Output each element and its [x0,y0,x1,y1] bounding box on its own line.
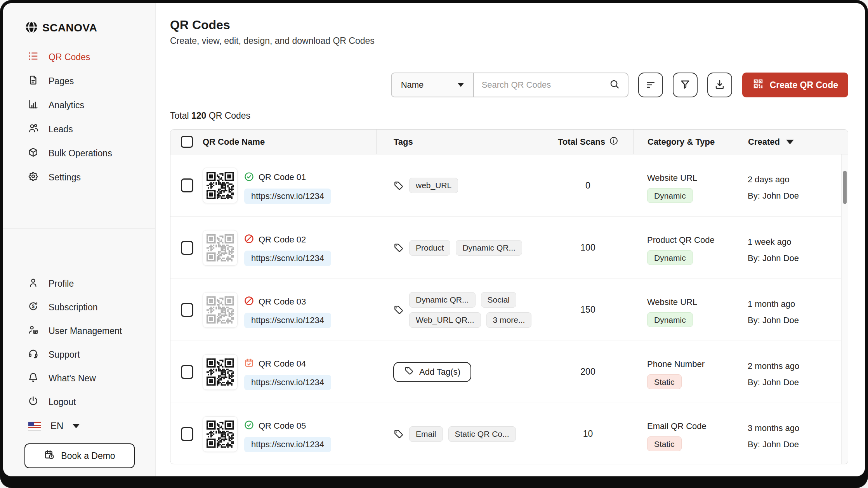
download-button[interactable] [707,73,732,97]
sort-icon [645,79,656,92]
created-time: 1 week ago [748,237,848,247]
brand-name: SCANOVA [42,22,97,34]
tag-pill: Social [481,292,516,308]
tag-pill: Dynamic QR... [409,292,476,308]
download-icon [714,79,726,92]
sidebar-item-leads[interactable]: Leads [3,117,155,141]
qr-thumbnail[interactable] [203,416,238,452]
sidebar-item-logout[interactable]: Logout [3,390,155,414]
us-flag-icon [28,422,41,431]
qr-code-name[interactable]: QR Code 03 [259,297,306,307]
window-frame: SCANOVA QR Codes Pages Analytics Leads [0,0,868,488]
filter-icon [679,79,691,92]
table-scrollbar-thumb[interactable] [843,171,847,204]
row-checkbox[interactable] [181,365,193,379]
qr-thumbnail[interactable] [203,354,238,390]
total-suffix: QR Codes [209,111,250,121]
search-input-wrap [474,73,628,97]
row-checkbox[interactable] [181,303,193,317]
total-scans-value: 100 [580,242,595,253]
tag-list: web_URL [409,178,458,193]
create-qr-code-label: Create QR Code [770,80,838,90]
tag-list: EmailStatic QR Co... [409,426,516,442]
qr-thumbnail[interactable] [203,292,238,328]
type-badge: Dynamic [647,250,693,265]
category-label: Product QR Code [647,235,734,245]
tag-pill: Email [409,426,443,442]
user-card-icon [28,325,38,337]
bell-icon [28,372,38,385]
tag-pill[interactable]: 3 more... [486,312,532,328]
short-url-pill[interactable]: https://scnv.io/1234 [244,313,331,328]
type-badge: Static [647,436,682,451]
sidebar-item-user-management[interactable]: User Management [3,319,155,343]
chevron-down-icon [458,83,464,87]
tag-pill: Dynamic QR... [456,240,522,256]
tag-icon [393,429,404,439]
sidebar-item-settings[interactable]: Settings [3,165,155,189]
table-scrollbar [841,154,848,464]
svg-text:$: $ [32,304,35,309]
search-field-select[interactable]: Name [392,73,474,97]
sidebar-item-subscription[interactable]: $ Subscription [3,296,155,319]
tag-pill: web_URL [409,178,458,193]
qr-code-name[interactable]: QR Code 01 [259,172,306,182]
language-selector[interactable]: EN [3,416,155,436]
total-scans-value: 200 [580,367,595,377]
filter-button[interactable] [673,73,698,97]
status-disabled-icon [244,234,254,245]
add-tags-button[interactable]: Add Tag(s) [393,362,471,382]
short-url-pill[interactable]: https://scnv.io/1234 [244,375,331,390]
sidebar-divider [3,228,155,229]
short-url-pill[interactable]: https://scnv.io/1234 [244,251,331,266]
row-checkbox[interactable] [181,427,193,441]
qr-thumbnail[interactable] [203,230,238,266]
qr-code-name[interactable]: QR Code 02 [259,235,306,245]
info-icon[interactable] [609,136,618,148]
select-all-checkbox[interactable] [181,136,193,148]
table-row: QR Code 04 https://scnv.io/1234 Add Tag(… [170,341,848,403]
qr-thumbnail[interactable] [203,168,238,203]
row-checkbox[interactable] [181,178,193,192]
total-scans-value: 0 [585,180,590,191]
cube-icon [28,147,38,160]
book-demo-button[interactable]: Book a Demo [24,443,135,468]
qr-code-name[interactable]: QR Code 05 [259,421,306,431]
category-label: Website URL [647,173,734,183]
search-icon[interactable] [609,79,620,91]
sidebar-item-profile[interactable]: Profile [3,272,155,296]
tag-pill: Web_URL QR... [409,312,481,328]
page-subtitle: Create, view, edit, design, and download… [170,36,375,46]
table-row: QR Code 02 https://scnv.io/1234 ProductD… [170,216,848,279]
sidebar-item-whats-new[interactable]: What's New [3,367,155,390]
tag-icon [393,305,404,315]
sidebar-item-label: Leads [49,124,73,135]
created-time: 2 months ago [748,361,848,371]
person-icon [28,277,38,290]
search-field-value: Name [401,80,424,90]
sidebar-item-analytics[interactable]: Analytics [3,93,155,117]
gear-icon [28,171,38,184]
sidebar-item-pages[interactable]: Pages [3,69,155,93]
column-header-tags: Tags [394,137,413,147]
short-url-pill[interactable]: https://scnv.io/1234 [244,189,331,204]
sidebar-item-support[interactable]: Support [3,343,155,367]
search-input[interactable] [482,80,609,90]
total-prefix: Total [170,111,189,121]
sidebar-item-bulk-operations[interactable]: Bulk Operations [3,141,155,165]
sidebar-item-label: Settings [49,172,81,183]
create-qr-code-button[interactable]: Create QR Code [742,73,848,97]
table-body: QR Code 01 https://scnv.io/1234 web_URL … [170,154,848,464]
short-url-pill[interactable]: https://scnv.io/1234 [244,437,331,452]
document-icon [28,75,38,88]
qr-codes-table: QR Code Name Tags Total Scans Category &… [170,129,848,464]
column-header-created[interactable]: Created [734,130,848,154]
row-checkbox[interactable] [181,241,193,255]
created-by: By: John Doe [748,440,848,450]
sort-button[interactable] [638,73,663,97]
headset-icon [28,348,38,361]
qr-code-name[interactable]: QR Code 04 [259,359,306,369]
power-icon [28,396,38,408]
sidebar-item-qr-codes[interactable]: QR Codes [3,45,155,69]
app-window: SCANOVA QR Codes Pages Analytics Leads [3,3,865,476]
